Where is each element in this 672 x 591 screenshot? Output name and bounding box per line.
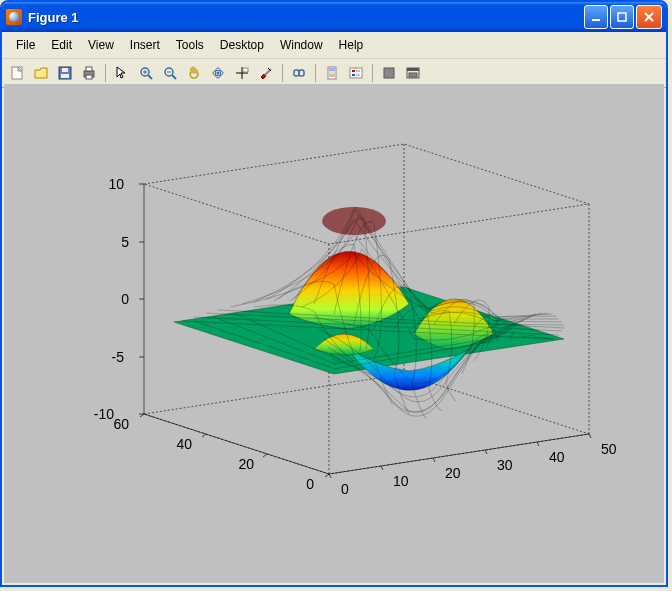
matlab-icon — [6, 9, 22, 25]
z-tick-label: -10 — [94, 406, 114, 422]
zoom-in-icon — [138, 65, 154, 81]
link-data-button[interactable] — [288, 62, 310, 84]
svg-rect-5 — [61, 74, 69, 78]
z-tick-label: -5 — [112, 349, 125, 365]
titlebar[interactable]: Figure 1 — [2, 2, 666, 32]
dock-button[interactable] — [402, 62, 424, 84]
close-icon — [643, 11, 655, 23]
svg-line-56 — [433, 458, 435, 462]
menu-tools[interactable]: Tools — [168, 36, 212, 54]
svg-rect-36 — [407, 68, 419, 71]
x-tick-label: 20 — [445, 465, 461, 481]
edit-plot-button[interactable] — [111, 62, 133, 84]
new-figure-button[interactable] — [6, 62, 28, 84]
svg-rect-34 — [384, 68, 394, 78]
figure-window: Figure 1 File Edit View Insert Tools Des… — [0, 0, 668, 587]
pan-icon — [186, 65, 202, 81]
zoom-out-icon — [162, 65, 178, 81]
x-tick-label: 50 — [601, 441, 617, 457]
svg-rect-7 — [86, 67, 92, 71]
surface-plot: -10 -5 0 5 10 60 40 20 0 0 10 20 30 40 5… — [14, 89, 654, 579]
menu-help[interactable]: Help — [331, 36, 372, 54]
legend-button[interactable] — [345, 62, 367, 84]
new-figure-icon — [9, 65, 25, 81]
svg-line-52 — [263, 454, 267, 457]
legend-icon — [348, 65, 364, 81]
svg-line-59 — [589, 434, 591, 438]
menu-insert[interactable]: Insert — [122, 36, 168, 54]
svg-rect-24 — [299, 70, 304, 76]
data-cursor-button[interactable] — [231, 62, 253, 84]
maximize-button[interactable] — [610, 5, 634, 29]
edit-plot-icon — [114, 65, 130, 81]
y-tick-label: 0 — [306, 476, 314, 492]
svg-rect-0 — [592, 19, 600, 21]
svg-line-57 — [485, 450, 487, 454]
svg-point-18 — [217, 72, 220, 75]
x-tick-label: 10 — [393, 473, 409, 489]
window-title: Figure 1 — [28, 10, 584, 25]
svg-line-51 — [202, 434, 206, 437]
svg-line-14 — [172, 75, 176, 79]
svg-rect-21 — [243, 68, 248, 72]
separator — [282, 64, 283, 82]
z-tick-label: 0 — [121, 291, 129, 307]
menubar: File Edit View Insert Tools Desktop Wind… — [2, 32, 666, 59]
color-bar-icon — [324, 65, 340, 81]
data-cursor-icon — [234, 65, 250, 81]
menu-window[interactable]: Window — [272, 36, 331, 54]
svg-line-58 — [537, 442, 539, 446]
window-controls — [584, 5, 662, 29]
z-tick-label: 5 — [121, 234, 129, 250]
svg-line-10 — [148, 75, 152, 79]
brush-icon — [258, 65, 274, 81]
link-data-icon — [291, 65, 307, 81]
y-tick-label: 20 — [238, 456, 254, 472]
rotate-3d-icon — [210, 65, 226, 81]
zoom-in-button[interactable] — [135, 62, 157, 84]
rotate-3d-button[interactable] — [207, 62, 229, 84]
y-tick-label: 60 — [113, 416, 129, 432]
menu-desktop[interactable]: Desktop — [212, 36, 272, 54]
x-tick-label: 40 — [549, 449, 565, 465]
pan-button[interactable] — [183, 62, 205, 84]
print-button[interactable] — [78, 62, 100, 84]
dock-icon — [405, 65, 421, 81]
svg-line-53 — [325, 474, 329, 477]
x-tick-label: 0 — [341, 481, 349, 497]
svg-rect-1 — [618, 13, 626, 21]
menu-file[interactable]: File — [8, 36, 43, 54]
color-bar-button[interactable] — [321, 62, 343, 84]
svg-rect-8 — [86, 75, 92, 79]
separator — [315, 64, 316, 82]
svg-line-42 — [144, 414, 329, 474]
svg-rect-26 — [329, 68, 335, 71]
print-icon — [81, 65, 97, 81]
svg-rect-28 — [329, 74, 335, 77]
save-icon — [57, 65, 73, 81]
y-tick-label: 40 — [176, 436, 192, 452]
menu-view[interactable]: View — [80, 36, 122, 54]
menu-edit[interactable]: Edit — [43, 36, 80, 54]
minimize-button[interactable] — [584, 5, 608, 29]
hide-tools-button[interactable] — [378, 62, 400, 84]
axes-area[interactable]: -10 -5 0 5 10 60 40 20 0 0 10 20 30 40 5… — [4, 84, 664, 583]
svg-line-55 — [381, 466, 383, 470]
svg-rect-37 — [409, 73, 417, 77]
separator — [372, 64, 373, 82]
svg-line-54 — [329, 474, 331, 478]
close-button[interactable] — [636, 5, 662, 29]
svg-point-44 — [322, 207, 386, 235]
separator — [105, 64, 106, 82]
zoom-out-button[interactable] — [159, 62, 181, 84]
svg-line-50 — [140, 414, 144, 417]
svg-rect-4 — [62, 68, 68, 72]
x-tick-label: 30 — [497, 457, 513, 473]
maximize-icon — [617, 12, 627, 22]
hide-tools-icon — [381, 65, 397, 81]
open-button[interactable] — [30, 62, 52, 84]
save-button[interactable] — [54, 62, 76, 84]
brush-button[interactable] — [255, 62, 277, 84]
svg-rect-29 — [350, 68, 362, 78]
svg-rect-27 — [329, 71, 335, 74]
